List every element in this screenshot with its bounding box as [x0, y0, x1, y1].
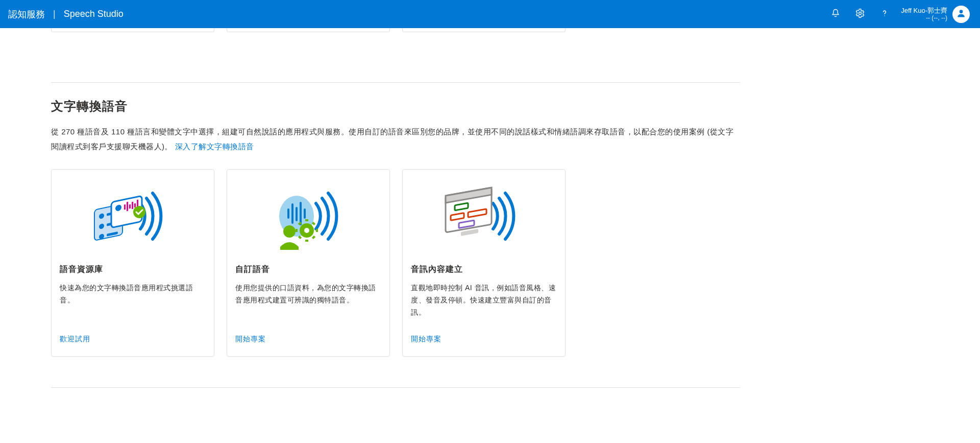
notifications-button[interactable] — [823, 0, 848, 28]
user-subscription: -- (--, --) — [901, 14, 947, 21]
brand: 認知服務 | Speech Studio — [8, 8, 124, 20]
section-description-tts: 從 270 種語音及 110 種語言和變體文字中選擇，組建可自然說話的應用程式與… — [51, 125, 740, 154]
question-icon — [879, 8, 890, 20]
previous-card-row — [51, 28, 740, 59]
svg-line-33 — [313, 237, 314, 238]
section-description-text: 從 270 種語音及 110 種語言和變體文字中選擇，組建可自然說話的應用程式與… — [51, 127, 733, 151]
card-action-link[interactable]: 開始專案 — [403, 318, 565, 344]
svg-rect-15 — [132, 201, 133, 209]
card-title: 自訂語音 — [227, 264, 389, 282]
user-text: Jeff Kuo-郭士齊 -- (--, --) — [901, 7, 947, 22]
svg-rect-23 — [300, 202, 302, 225]
gear-icon — [855, 8, 865, 20]
svg-rect-24 — [304, 208, 306, 219]
card-custom-voice-illustration — [227, 170, 389, 264]
svg-rect-22 — [296, 207, 298, 221]
card-title: 音訊內容建立 — [403, 264, 565, 282]
tts-card-row: 語音資源庫 快速為您的文字轉換語音應用程式挑選語音。 歡迎試用 — [51, 169, 740, 357]
svg-line-34 — [313, 223, 314, 224]
section-divider — [51, 387, 740, 388]
card-description: 使用您提供的口語資料，為您的文字轉換語音應用程式建置可辨識的獨特語音。 — [227, 282, 389, 318]
svg-point-27 — [304, 228, 309, 233]
learn-more-link[interactable]: 深入了解文字轉換語音 — [175, 142, 254, 151]
card-action-link[interactable]: 歡迎試用 — [52, 318, 214, 344]
card-description: 直觀地即時控制 AI 音訊，例如語音風格、速度、發音及停頓。快速建立豐富與自訂的… — [403, 282, 565, 318]
svg-point-2 — [960, 10, 963, 13]
card-custom-voice[interactable]: 自訂語音 使用您提供的口語資料，為您的文字轉換語音應用程式建置可辨識的獨特語音。… — [227, 169, 390, 357]
audio-content-icon — [440, 180, 527, 254]
user-name: Jeff Kuo-郭士齊 — [901, 7, 947, 15]
svg-rect-16 — [134, 203, 136, 207]
card-title: 語音資源庫 — [52, 264, 214, 282]
svg-line-32 — [299, 223, 301, 224]
svg-line-35 — [299, 237, 301, 238]
svg-rect-14 — [129, 204, 131, 208]
previous-card[interactable] — [227, 28, 390, 32]
user-menu[interactable]: Jeff Kuo-郭士齊 -- (--, --) — [897, 6, 972, 23]
main-scroll[interactable]: 文字轉換語音 從 270 種語音及 110 種語言和變體文字中選擇，組建可自然說… — [0, 28, 980, 443]
svg-rect-12 — [124, 204, 126, 209]
brand-speech-studio[interactable]: Speech Studio — [64, 9, 124, 19]
previous-card[interactable] — [402, 28, 566, 32]
brand-cognitive-services[interactable]: 認知服務 — [8, 8, 45, 20]
section-title-tts: 文字轉換語音 — [51, 98, 740, 114]
avatar — [952, 6, 970, 23]
svg-point-1 — [885, 15, 885, 16]
card-voice-gallery[interactable]: 語音資源庫 快速為您的文字轉換語音應用程式挑選語音。 歡迎試用 — [51, 169, 214, 357]
card-voice-gallery-illustration — [52, 170, 214, 264]
card-action-link[interactable]: 開始專案 — [227, 318, 389, 344]
previous-card[interactable] — [51, 28, 214, 32]
svg-point-0 — [859, 12, 862, 14]
content: 文字轉換語音 從 270 種語音及 110 種語言和變體文字中選擇，組建可自然說… — [51, 28, 740, 443]
card-audio-content-creation[interactable]: 音訊內容建立 直觀地即時控制 AI 音訊，例如語音風格、速度、發音及停頓。快速建… — [402, 169, 566, 357]
person-icon — [956, 8, 966, 20]
svg-point-25 — [283, 225, 296, 238]
app-header: 認知服務 | Speech Studio Jef — [0, 0, 980, 28]
svg-rect-20 — [287, 208, 289, 219]
voice-gallery-icon — [89, 180, 176, 254]
card-description: 快速為您的文字轉換語音應用程式挑選語音。 — [52, 282, 214, 318]
help-button[interactable] — [872, 0, 897, 28]
section-divider — [51, 82, 740, 83]
card-audio-content-illustration — [403, 170, 565, 264]
settings-button[interactable] — [848, 0, 872, 28]
svg-rect-13 — [127, 201, 128, 211]
brand-separator: | — [50, 9, 59, 19]
svg-rect-21 — [291, 203, 293, 224]
bell-icon — [830, 8, 841, 20]
custom-voice-icon — [265, 180, 352, 254]
